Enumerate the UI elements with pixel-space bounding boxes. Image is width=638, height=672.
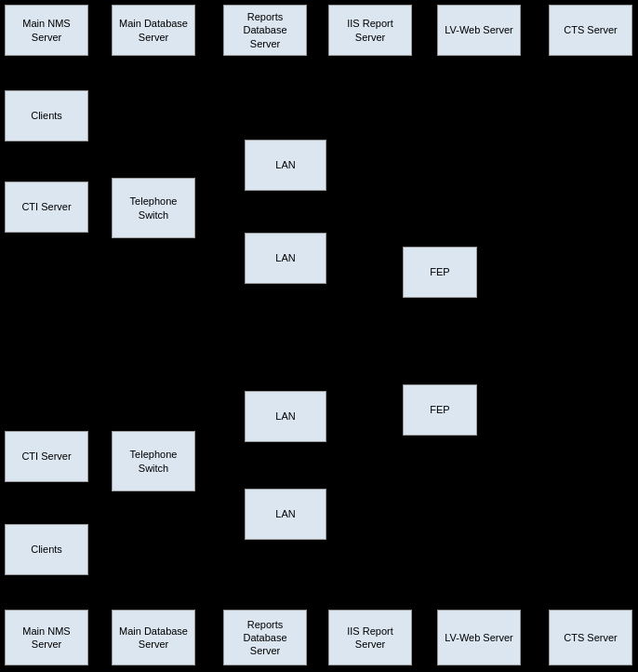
top-lv-web: LV-Web Server xyxy=(437,5,521,56)
cti-server-bot: CTI Server xyxy=(5,431,88,482)
tel-switch-bot: Telephone Switch xyxy=(112,431,195,491)
top-main-nms: Main NMS Server xyxy=(5,5,88,56)
bot-main-db: Main Database Server xyxy=(112,610,195,665)
lan-top-1: LAN xyxy=(245,140,326,191)
cti-server-top: CTI Server xyxy=(5,181,88,233)
tel-switch-top: Telephone Switch xyxy=(112,178,195,238)
lan-bot-1: LAN xyxy=(245,391,326,442)
fep-bot: FEP xyxy=(403,384,477,436)
bot-reports-db: Reports Database Server xyxy=(223,610,307,665)
top-cts: CTS Server xyxy=(549,5,632,56)
top-main-db: Main Database Server xyxy=(112,5,195,56)
bot-main-nms: Main NMS Server xyxy=(5,610,88,665)
fep-top: FEP xyxy=(403,247,477,298)
top-reports-db: Reports Database Server xyxy=(223,5,307,56)
clients-top: Clients xyxy=(5,90,88,141)
bot-cts: CTS Server xyxy=(549,610,632,665)
lan-bot-2: LAN xyxy=(245,489,326,540)
top-iis: IIS Report Server xyxy=(328,5,412,56)
clients-bot: Clients xyxy=(5,524,88,575)
bot-iis: IIS Report Server xyxy=(328,610,412,665)
lan-top-2: LAN xyxy=(245,233,326,284)
bot-lv-web: LV-Web Server xyxy=(437,610,521,665)
network-diagram: Main NMS ServerMain Database ServerRepor… xyxy=(0,0,638,672)
